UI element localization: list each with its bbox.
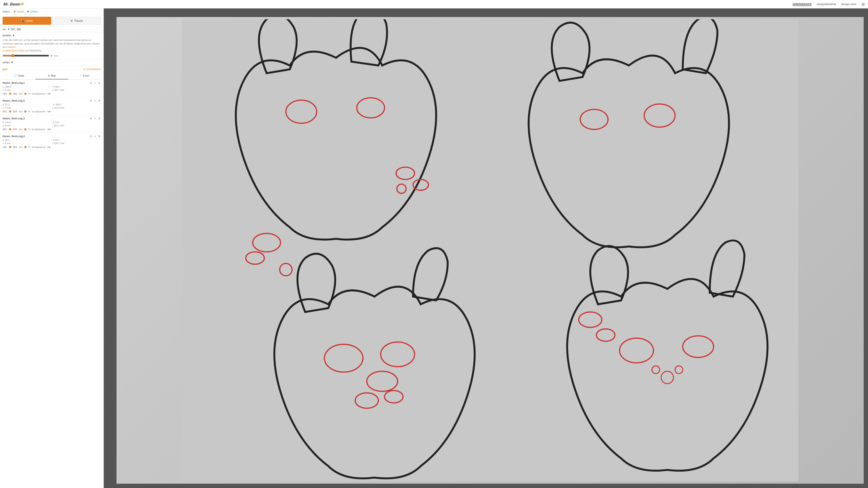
file-item-4-header: Hasen_6mm.svg.4 ↺ + ✕: [3, 135, 101, 138]
unit-mm-4: mm: [19, 146, 23, 148]
status-online: Online: [27, 10, 38, 13]
file-width-3: ∞ 8 mm: [3, 124, 51, 127]
menu-btn-1[interactable]: ≡▾: [47, 92, 51, 95]
add-btn-2[interactable]: +: [94, 99, 96, 102]
main-canvas-area: [104, 8, 289, 163]
close-btn-1[interactable]: ✕: [98, 81, 101, 85]
pct-label-2b: %: [28, 110, 30, 113]
top-nav: Mr. Beam✳ arbeitsbereich designbibliothe…: [0, 0, 289, 8]
datei-icon: 📄: [13, 74, 17, 77]
file-props-3: 2, 165.4 ↻ 0.0 ° ∞ 8 mm | 151.1 mm: [3, 121, 101, 127]
duplicate-btn-3[interactable]: ⧉ duplizieren: [32, 128, 45, 131]
text-icon: A: [48, 74, 50, 77]
reset-icon: ⟲: [83, 68, 85, 71]
orange-dot-2: [9, 110, 11, 112]
duplicate-icon-4: ⧉: [32, 146, 34, 149]
duplicate-btn-2[interactable]: ⧉ duplizieren: [32, 110, 45, 113]
designs-title: gns: [3, 67, 7, 71]
position-value: 507, 390: [11, 28, 21, 31]
file-rotation-2: ↻ -89.9 °: [53, 103, 101, 106]
reset-btn-1[interactable]: ↺: [89, 81, 93, 85]
designs-section: gns ⟲ Zurücksetzen 📄 Datei A Text ♡ Form: [0, 66, 103, 151]
file-item-2-header: Hasen_6mm.svg.2 ↺ + ✕: [3, 99, 101, 102]
reset-btn-2[interactable]: ↺: [89, 99, 93, 102]
file-item-4: Hasen_6mm.svg.4 ↺ + ✕ 3, 25.5 ↻ 0.0 ° ∞ …: [0, 133, 103, 151]
file-props-2: 9, 57.5 ↻ -89.9 ° ∞ 7 mm | 131.8 mm: [3, 103, 101, 109]
duplicate-btn-1[interactable]: ⧉ duplizieren: [32, 93, 45, 95]
online-dot: [27, 11, 29, 12]
file-item-1-header: Hasen_6mm.svg.1 ↺ + ✕: [3, 81, 101, 85]
preview-label: schau:: [3, 61, 10, 64]
menu-btn-4[interactable]: ≡▾: [47, 145, 51, 149]
orange-dot-3b: [24, 128, 27, 130]
work-height-header[interactable]: itshöhe: ▼: [3, 34, 101, 37]
add-btn-4[interactable]: +: [94, 135, 96, 138]
file-props-1: 1, 189.8 ↻ 90.1 ° ∞ 1 mm | 124.7 mm: [3, 86, 101, 91]
preview-chevron: ▼: [11, 61, 13, 64]
file-width-2: ∞ 7 mm: [3, 106, 51, 109]
orange-dot-1: [9, 93, 11, 95]
file-name-3: Hasen_6mm.svg.3: [3, 117, 25, 120]
status-label: Status:: [3, 10, 10, 13]
file-rotation-4: ↻ 0.0 °: [53, 139, 101, 141]
file-item-1: Hasen_6mm.svg.1 ↺ + ✕ 1, 189.8 ↻ 90.1 ° …: [0, 79, 103, 97]
abc-label-2: ABC: [3, 110, 7, 113]
orange-dot-4b: [24, 146, 27, 148]
work-height-slider[interactable]: [3, 54, 49, 57]
tab-form[interactable]: ♡ Form: [68, 72, 101, 79]
file-prop-row-1: ABC ƌ8A mm % ⧉ duplizieren ≡▾: [3, 92, 101, 95]
orange-dot-1b: [24, 93, 27, 95]
pct-label-1: ƌ8A: [13, 93, 17, 95]
file-height-4: | 150.7 mm: [53, 142, 101, 144]
pause-icon: ⏸: [70, 19, 73, 23]
work-height-link[interactable]: diesem: [8, 46, 16, 48]
designs-header: gns ⟲ Zurücksetzen: [0, 66, 103, 72]
tabs: 📄 Datei A Text ♡ Form: [3, 72, 101, 79]
file-item-3: Hasen_6mm.svg.3 ↺ + ✕ 2, 165.4 ↻ 0.0 ° ∞…: [0, 115, 103, 133]
status-bar: Status: Bereit Online: [0, 8, 103, 15]
preview-section[interactable]: schau: ▼: [0, 59, 103, 66]
svg-rect-0: [182, 19, 289, 163]
pause-button[interactable]: ⏸ Pause: [52, 17, 101, 25]
file-actions-1: ↺ + ✕: [89, 81, 101, 85]
abc-label-4: ABC: [3, 146, 7, 148]
status-ready: Bereit: [14, 10, 24, 13]
pct-label-4: ƌ8A: [13, 146, 17, 149]
duplicate-btn-4[interactable]: ⧉ duplizieren: [32, 146, 45, 149]
work-height-section: itshöhe: ▼ e hier die Höhe ein, auf der …: [0, 32, 103, 59]
abc-label-1: ABC: [3, 93, 7, 95]
file-name-4: Hasen_6mm.svg.4: [3, 135, 25, 138]
tab-text[interactable]: A Text: [35, 72, 68, 79]
duplicate-icon-2: ⧉: [32, 110, 34, 113]
file-name-1: Hasen_6mm.svg.1: [3, 82, 25, 85]
add-btn-3[interactable]: +: [94, 117, 96, 120]
tab-datei[interactable]: 📄 Datei: [3, 72, 35, 79]
file-position-2: 9, 57.5: [3, 103, 51, 106]
laser-button[interactable]: 🔦 Laser: [3, 17, 51, 25]
close-btn-4[interactable]: ✕: [98, 135, 101, 138]
menu-btn-3[interactable]: ≡▾: [47, 128, 51, 131]
file-prop-row-4: ABC ƌ8A mm % ⧉ duplizieren ≡▾: [3, 145, 101, 149]
canvas-work-area[interactable]: [117, 17, 289, 163]
abc-label-3: ABC: [3, 128, 7, 131]
file-prop-row-3: ABC ƌ8A mm % ⧉ duplizieren ≡▾: [3, 128, 101, 131]
pct-label-1b: %: [28, 93, 30, 95]
reset-btn-4[interactable]: ↺: [89, 135, 93, 138]
close-btn-3[interactable]: ✕: [98, 117, 101, 120]
file-rotation-1: ↻ 90.1 °: [53, 86, 101, 88]
close-btn-2[interactable]: ✕: [98, 99, 101, 102]
add-btn-1[interactable]: +: [94, 81, 96, 85]
menu-btn-2[interactable]: ≡▾: [47, 110, 51, 113]
reset-button[interactable]: ⟲ Zurücksetzen: [83, 68, 101, 71]
file-position-4: 3, 25.5: [3, 139, 51, 141]
knowledge-base-link[interactable]: ensdatenbank-Artikel: [3, 49, 24, 52]
position-dropdown-icon[interactable]: ▼: [7, 28, 10, 31]
slider-row: 6 mm: [3, 54, 101, 57]
position-bar: ion: ▼ 507, 390: [0, 27, 103, 32]
file-position-3: 2, 165.4: [3, 121, 51, 124]
unit-mm-3: mm: [19, 128, 23, 131]
duplicate-icon-3: ⧉: [32, 128, 34, 131]
laser-icon: 🔦: [21, 19, 24, 23]
orange-dot-4: [9, 146, 11, 148]
reset-btn-3[interactable]: ↺: [89, 117, 93, 120]
